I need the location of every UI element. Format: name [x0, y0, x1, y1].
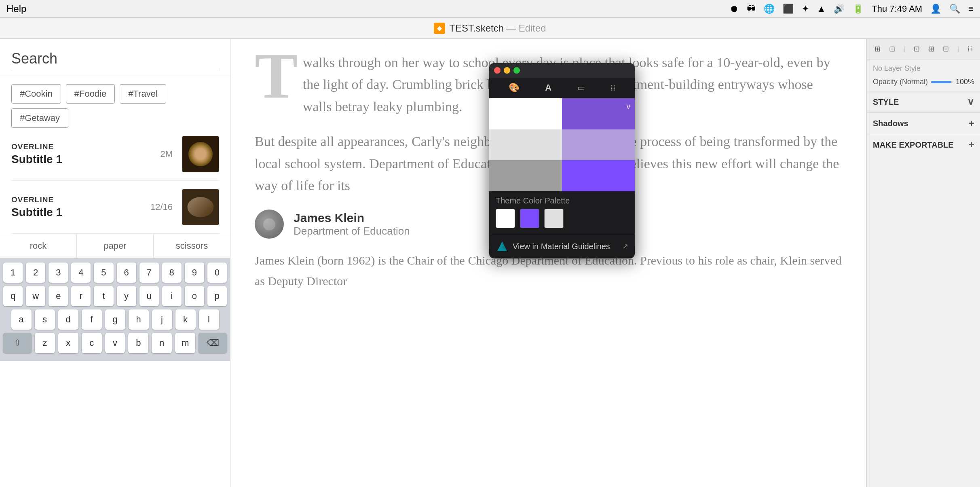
article-dropcap: T	[255, 52, 298, 108]
key-i[interactable]: i	[162, 286, 182, 306]
inspector-tool-layout[interactable]: ⊟	[889, 44, 895, 53]
maximize-button[interactable]	[513, 67, 520, 74]
key-6[interactable]: 6	[117, 263, 136, 283]
key-o[interactable]: o	[185, 286, 204, 306]
key-u[interactable]: u	[139, 286, 159, 306]
inspector-tool-align-right[interactable]: ⊟	[943, 44, 949, 53]
record-icon: ⏺	[730, 4, 739, 14]
color-tool-dots[interactable]: ⁞⁞	[610, 83, 615, 93]
key-n[interactable]: n	[152, 333, 172, 353]
key-1[interactable]: 1	[3, 263, 23, 283]
key-q[interactable]: q	[3, 286, 23, 306]
key-delete[interactable]: ⌫	[199, 333, 227, 353]
hashtag-travel[interactable]: #Travel	[120, 84, 166, 104]
key-2[interactable]: 2	[26, 263, 45, 283]
inspector-tool-align-left[interactable]: ⊡	[914, 44, 920, 53]
menu-help[interactable]: Help	[6, 3, 26, 15]
key-8[interactable]: 8	[162, 263, 182, 283]
close-button[interactable]	[494, 67, 501, 74]
sketch-icon: ◆	[434, 23, 445, 34]
key-l[interactable]: l	[199, 309, 219, 330]
menu-bar-right: ⏺ 🕶 🌐 ⬛ ✦ ▲ 🔊 🔋 Thu 7:49 AM 👤 🔍 ≡	[730, 4, 974, 14]
keyboard-row-a: a s d f g h j k l	[3, 309, 227, 330]
minimize-button[interactable]	[504, 67, 510, 74]
material-link-label: View in Material Guidelines	[513, 242, 618, 251]
key-0[interactable]: 0	[207, 263, 227, 283]
hashtag-getaway[interactable]: #Getaway	[11, 108, 68, 128]
exportable-add-btn[interactable]: +	[969, 139, 974, 150]
list-item-text-2: OVERLINE Subtitle 1	[11, 195, 144, 219]
style-chevron[interactable]: ∨	[967, 96, 974, 108]
style-section-header: STYLE ∨	[867, 91, 980, 112]
list-item-text-1: OVERLINE Subtitle 1	[11, 142, 154, 166]
key-p[interactable]: p	[207, 286, 227, 306]
key-w[interactable]: w	[26, 286, 45, 306]
inspector-tool-distribute[interactable]: ⁞⁞	[967, 44, 972, 53]
tab-scissors[interactable]: scissors	[154, 234, 230, 258]
style-label: STYLE	[873, 97, 899, 107]
key-7[interactable]: 7	[139, 263, 159, 283]
color-tool-text[interactable]: A	[545, 83, 551, 93]
item-meta-2: 12/16	[150, 202, 173, 212]
inspector-tool-align-center[interactable]: ⊞	[928, 44, 934, 53]
key-h[interactable]: h	[129, 309, 149, 330]
key-shift[interactable]: ⇧	[3, 333, 32, 353]
color-swatch-gray[interactable]	[489, 160, 562, 191]
color-tool-palette[interactable]: 🎨	[509, 83, 520, 93]
key-v[interactable]: v	[105, 333, 125, 353]
external-link-icon: ↗	[622, 242, 628, 251]
search-icon[interactable]: 🔍	[949, 4, 960, 14]
hashtag-foodie[interactable]: #Foodie	[66, 84, 115, 104]
key-a[interactable]: a	[11, 309, 32, 330]
key-t[interactable]: t	[94, 286, 113, 306]
key-3[interactable]: 3	[49, 263, 68, 283]
item-subtitle-1: Subtitle 1	[11, 153, 154, 166]
key-x[interactable]: x	[58, 333, 78, 353]
color-swatch-white[interactable]	[489, 98, 562, 129]
inspector-content: No Layer Style Opacity (Normal) 100%	[867, 59, 980, 91]
color-grid: ∨	[489, 98, 635, 191]
key-4[interactable]: 4	[71, 263, 91, 283]
list-icon[interactable]: ≡	[968, 4, 974, 14]
key-5[interactable]: 5	[94, 263, 113, 283]
globe-icon: 🌐	[764, 4, 775, 14]
color-tool-rect[interactable]: ▭	[577, 83, 585, 93]
shadows-label: Shadows	[873, 119, 908, 128]
inspector-tool-grid[interactable]: ⊞	[874, 44, 881, 53]
search-label: Search	[11, 50, 219, 67]
key-d[interactable]: d	[58, 309, 78, 330]
tab-paper[interactable]: paper	[77, 234, 154, 258]
key-r[interactable]: r	[71, 286, 91, 306]
glasses-icon: 🕶	[747, 4, 756, 14]
theme-swatch-lightgray[interactable]	[544, 209, 564, 228]
search-area: Search	[0, 39, 230, 76]
key-k[interactable]: k	[175, 309, 196, 330]
list-item[interactable]: OVERLINE Subtitle 1 2M	[11, 128, 219, 181]
key-s[interactable]: s	[35, 309, 55, 330]
material-guidelines-link[interactable]: View in Material Guidelines ↗	[489, 234, 635, 258]
opacity-bar-container[interactable]	[931, 81, 953, 83]
color-swatch-purple[interactable]: ∨	[562, 98, 635, 129]
author-avatar	[255, 210, 284, 239]
key-e[interactable]: e	[49, 286, 68, 306]
key-g[interactable]: g	[105, 309, 125, 330]
key-9[interactable]: 9	[185, 263, 204, 283]
key-j[interactable]: j	[152, 309, 172, 330]
shadows-add-btn[interactable]: +	[969, 118, 974, 129]
color-swatch-lightgray[interactable]	[489, 129, 562, 161]
chevron-down-icon[interactable]: ∨	[625, 102, 632, 111]
theme-swatch-white[interactable]	[496, 209, 515, 228]
theme-swatch-purple[interactable]	[520, 209, 539, 228]
key-f[interactable]: f	[82, 309, 102, 330]
key-b[interactable]: b	[128, 333, 148, 353]
color-swatch-midpurple[interactable]	[562, 129, 635, 161]
key-y[interactable]: y	[117, 286, 136, 306]
key-c[interactable]: c	[82, 333, 102, 353]
color-swatch-darkpurple[interactable]	[562, 160, 635, 191]
key-m[interactable]: m	[175, 333, 195, 353]
key-z[interactable]: z	[35, 333, 55, 353]
wifi-icon: ▲	[817, 4, 826, 14]
hashtag-cooking[interactable]: #Cookin	[11, 84, 61, 104]
tab-rock[interactable]: rock	[0, 234, 77, 258]
list-item-2[interactable]: OVERLINE Subtitle 1 12/16	[11, 181, 219, 234]
